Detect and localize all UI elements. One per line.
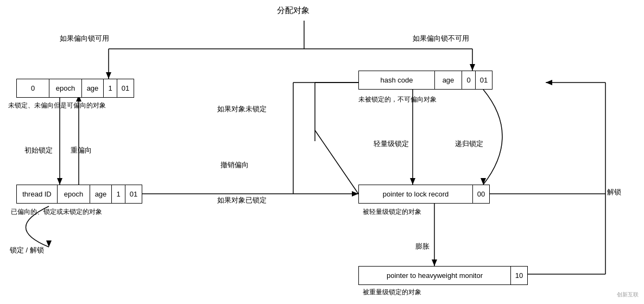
- cell-00: 00: [473, 185, 489, 203]
- biased-box: thread ID epoch age 1 01: [16, 185, 142, 204]
- cell-lockrecord: pointer to lock record: [359, 185, 473, 203]
- cell-hashcode: hash code: [359, 71, 435, 89]
- watermark: 创新互联: [617, 291, 639, 299]
- recursive-lock-label: 递归锁定: [455, 139, 483, 149]
- unlocked-biasable-box: 0 epoch age 1 01: [16, 79, 134, 98]
- cell-hwmonitor: pointer to heavyweight monitor: [359, 267, 511, 284]
- svg-marker-22: [410, 178, 415, 185]
- svg-marker-6: [470, 64, 475, 71]
- rebias-label: 重偏向: [71, 145, 92, 155]
- if-locked-label: 如果对象已锁定: [217, 195, 267, 205]
- arrows-svg: [0, 0, 644, 304]
- biased-desc: 已偏向的、锁定或未锁定的对象: [11, 207, 102, 217]
- unlocked-biasable-desc: 未锁定、未偏向但是可偏向的对象: [8, 101, 106, 110]
- if-unlocked-label: 如果对象未锁定: [217, 104, 267, 114]
- cell-01u: 01: [476, 71, 492, 89]
- cell-0: 0: [17, 79, 49, 97]
- cell-10: 10: [511, 267, 527, 284]
- heavyweight-box: pointer to heavyweight monitor 10: [358, 266, 528, 285]
- cell-1: 1: [104, 79, 117, 97]
- svg-marker-18: [352, 191, 358, 197]
- cell-epoch: epoch: [49, 79, 82, 97]
- top-title-label: 分配对象: [277, 5, 310, 16]
- unbiasable-box: hash code age 0 01: [358, 71, 493, 90]
- svg-marker-30: [546, 80, 552, 85]
- cell-0u: 0: [462, 71, 476, 89]
- cell-age3: age: [435, 71, 462, 89]
- cell-age2: age: [90, 185, 112, 203]
- svg-marker-25: [432, 259, 437, 266]
- cell-01b: 01: [125, 185, 142, 203]
- if-biasable-label: 如果偏向锁可用: [60, 34, 109, 43]
- lightweight-lock-label: 轻量级锁定: [374, 139, 409, 149]
- diagram: 0 epoch age 1 01 thread ID epoch age 1 0…: [0, 0, 644, 304]
- unbiasable-desc: 未被锁定的，不可偏向对象: [358, 95, 437, 104]
- svg-marker-11: [46, 240, 52, 247]
- cell-age: age: [82, 79, 104, 97]
- cell-threadid: thread ID: [17, 185, 58, 203]
- lightweight-box: pointer to lock record 00: [358, 185, 490, 204]
- lightweight-desc: 被轻量级锁定的对象: [363, 207, 421, 217]
- revoke-bias-label: 撤销偏向: [220, 160, 249, 170]
- initial-lock-label: 初始锁定: [24, 145, 53, 155]
- cell-1b: 1: [112, 185, 125, 203]
- svg-marker-4: [106, 72, 111, 79]
- svg-marker-8: [57, 178, 62, 185]
- cell-01: 01: [117, 79, 134, 97]
- if-not-biasable-label: 如果偏向锁不可用: [413, 34, 469, 43]
- heavyweight-desc: 被重量级锁定的对象: [363, 288, 421, 297]
- lock-unlock-label: 锁定 / 解锁: [10, 245, 44, 255]
- inflate-label: 膨胀: [415, 242, 430, 251]
- unlock-label: 解锁: [607, 187, 621, 197]
- svg-marker-23: [481, 178, 486, 185]
- svg-line-14: [315, 130, 358, 194]
- cell-epoch2: epoch: [58, 185, 90, 203]
